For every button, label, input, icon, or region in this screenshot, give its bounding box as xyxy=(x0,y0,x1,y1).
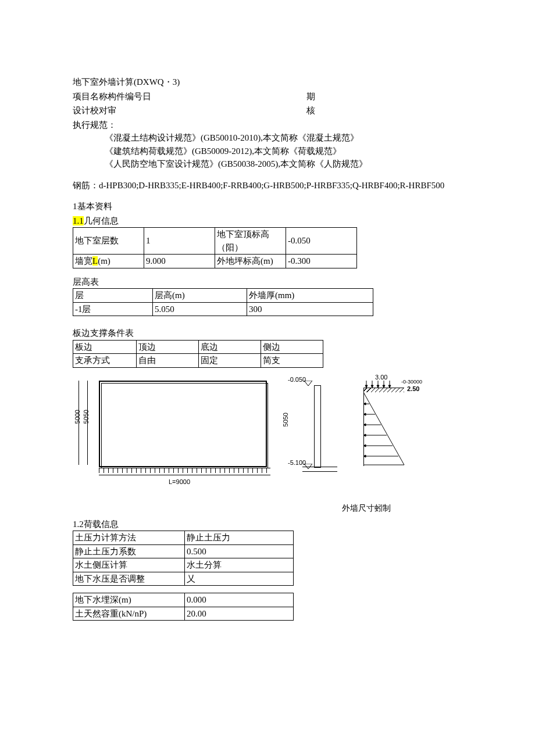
doc-title: 地下室外墙计算(DXWQ・3) xyxy=(73,76,462,89)
cell-label: 支承方式 xyxy=(73,354,137,368)
dim-label: L=9000 xyxy=(169,477,190,487)
load-label: 3.00 xyxy=(375,372,387,382)
table-row: 土天然容重(kN/nP)20.00 xyxy=(73,607,294,621)
cell-value: -0.050 xyxy=(286,228,357,255)
svg-marker-17 xyxy=(363,434,366,436)
col-header: 侧边 xyxy=(261,340,323,354)
reg-item: 《人民防空地下室设计规范》(GB50038-2005),本文简称《人防规范》 xyxy=(105,157,462,171)
floor-table-title: 层高表 xyxy=(73,275,462,289)
table-row: 静止土压力系数0.500 xyxy=(73,544,294,558)
cell-value: 5.050 xyxy=(153,302,247,316)
col-header: 外墙厚(mm) xyxy=(247,289,373,303)
col-header: 层高(m) xyxy=(153,289,247,303)
dim-label: 5050 xyxy=(281,413,291,427)
svg-marker-11 xyxy=(363,403,366,405)
rebar-note: 钢筋：d-HPB300;D-HRB335;E-HRB400;F-RRB400;G… xyxy=(73,179,462,192)
approve-label: 核 xyxy=(306,104,462,117)
table-row: 层 层高(m) 外墙厚(mm) xyxy=(73,289,373,303)
cell-label: 土天然容重(kN/nP) xyxy=(73,607,185,621)
cell-label: 地下室层数 xyxy=(73,228,144,255)
edge-table: 板边 顶边 底边 侧边 支承方式 自由 固定 简支 xyxy=(73,340,323,368)
cell-value: 0.500 xyxy=(185,544,294,558)
cell-label: 外地坪标高(m) xyxy=(215,255,286,268)
project-line: 项目名称构件编号日 xyxy=(73,90,306,103)
table-row: 墙宽L(m) 9.000 外地坪标高(m) -0.300 xyxy=(73,255,357,268)
cell-value: 20.00 xyxy=(185,607,294,621)
col-header: 顶边 xyxy=(137,340,199,354)
section-1-2: 1.2荷载信息 xyxy=(73,518,462,531)
cell-label: 地下室顶标高（阳） xyxy=(215,228,286,255)
table-row: 土压力计算方法静止土压力 xyxy=(73,531,294,545)
col-header: 层 xyxy=(73,289,153,303)
section-1-1: 1.1几何信息 xyxy=(73,214,462,228)
table-row: 地下水埋深(m)0.000 xyxy=(73,593,294,607)
floor-table: 层 层高(m) 外墙厚(mm) -1层 5.050 300 xyxy=(73,288,373,316)
cell-value: 静止土压力 xyxy=(185,531,294,545)
table-row: 地下室层数 1 地下室顶标高（阳） -0.050 xyxy=(73,228,357,255)
svg-marker-21 xyxy=(363,455,366,457)
cell-value: -0.300 xyxy=(286,255,357,268)
svg-marker-5 xyxy=(377,385,379,388)
svg-marker-13 xyxy=(363,413,366,415)
table-row: 板边 顶边 底边 侧边 xyxy=(73,340,323,354)
cell-value: 自由 xyxy=(137,354,199,368)
geometry-table: 地下室层数 1 地下室顶标高（阳） -0.050 墙宽L(m) 9.000 外地… xyxy=(73,227,357,268)
cell-value: 9.000 xyxy=(144,255,215,268)
cell-value: 0.000 xyxy=(185,593,294,607)
diagram-caption: 外墙尺寸蚓制 xyxy=(270,502,462,514)
cell-label: 墙宽L(m) xyxy=(73,255,144,268)
reg-item: 《建筑结构荷载规范》(GB50009-2012),本文简称《荷载规范》 xyxy=(105,145,462,158)
table-row: -1层 5.050 300 xyxy=(73,302,373,316)
section-1: 1基本资料 xyxy=(73,200,462,213)
cell-value: 1 xyxy=(144,228,215,255)
table-row: 地下水压是否调整乂 xyxy=(73,572,294,586)
dim-label: 5050 xyxy=(81,410,91,424)
pressure-triangle xyxy=(363,392,407,468)
designer-line: 设计校对审 xyxy=(73,104,306,117)
reg-item: 《混凝土结构设计规范》(GB50010-2010),本文简称《混凝土规范》 xyxy=(105,131,462,145)
load-label: 2.50 xyxy=(407,384,419,394)
load-table-2: 地下水埋深(m)0.000 土天然容重(kN/nP)20.00 xyxy=(73,593,294,621)
date-label: 期 xyxy=(306,90,462,103)
col-header: 底边 xyxy=(199,340,261,354)
cell-label: 静止土压力系数 xyxy=(73,544,185,558)
table-row: 水土侧压计算水土分算 xyxy=(73,558,294,572)
table-row: 支承方式 自由 固定 简支 xyxy=(73,354,323,368)
cell-value: 300 xyxy=(247,302,373,316)
elev-bot: -5.100 xyxy=(288,458,306,468)
cell-value: 简支 xyxy=(261,354,323,368)
wall-diagram: 5000 5050 L=9000 -0.050 -5.100 5050 xyxy=(73,375,491,500)
cell-value: 水土分算 xyxy=(185,558,294,572)
edge-table-title: 板边支撑条件表 xyxy=(73,327,462,340)
svg-marker-3 xyxy=(371,385,373,388)
load-table-1: 土压力计算方法静止土压力 静止土压力系数0.500 水土侧压计算水土分算 地下水… xyxy=(73,531,294,586)
cell-label: 水土侧压计算 xyxy=(73,558,185,572)
svg-marker-9 xyxy=(388,385,391,388)
cell-value: 固定 xyxy=(199,354,261,368)
cell-label: 土压力计算方法 xyxy=(73,531,185,545)
cell-value: 乂 xyxy=(185,572,294,586)
cell-value: -1层 xyxy=(73,302,153,316)
svg-marker-19 xyxy=(363,445,366,447)
cell-label: 地下水压是否调整 xyxy=(73,572,185,586)
regs-title: 执行规范： xyxy=(73,119,462,132)
svg-marker-1 xyxy=(365,385,368,388)
cell-label: 地下水埋深(m) xyxy=(73,593,185,607)
col-header: 板边 xyxy=(73,340,137,354)
elev-top: -0.050 xyxy=(288,375,306,385)
svg-marker-7 xyxy=(383,385,385,388)
svg-marker-15 xyxy=(363,424,366,426)
